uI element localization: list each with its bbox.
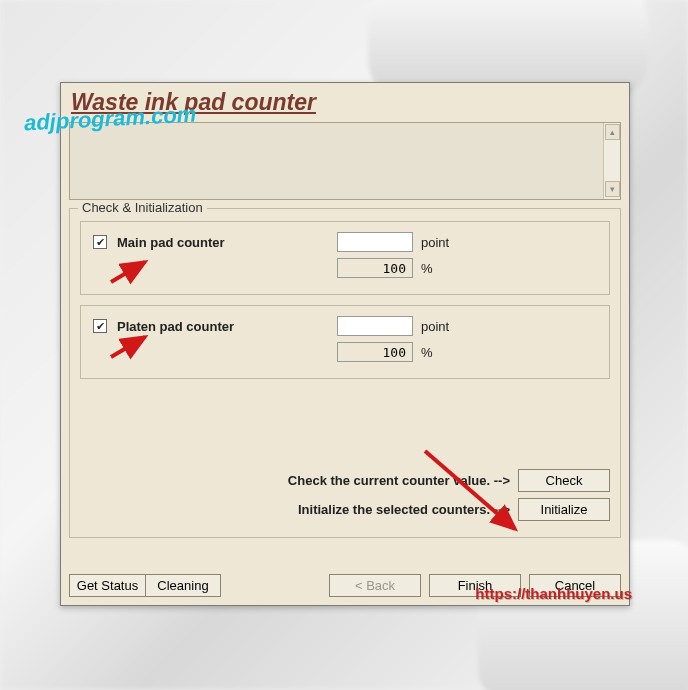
get-status-button[interactable]: Get Status [69,574,145,597]
check-hint-text: Check the current counter value. --> [288,473,510,488]
initialize-hint-text: Initialize the selected counters. --> [298,502,510,517]
check-init-fieldset: Check & Initialization ✔ Main pad counte… [69,208,621,538]
dialog-panel: Waste ink pad counter ▴ ▾ Check & Initia… [60,82,630,606]
platen-pct-readout: 100 [337,342,413,362]
initialize-button[interactable]: Initialize [518,498,610,521]
scroll-down-icon[interactable]: ▾ [605,181,620,197]
scrollbar[interactable]: ▴ ▾ [603,123,620,199]
main-pad-label: Main pad counter [117,235,317,250]
unit-point: point [421,319,449,334]
main-pad-checkbox[interactable]: ✔ [93,235,107,249]
main-point-input[interactable] [337,232,413,252]
unit-point: point [421,235,449,250]
main-pct-readout: 100 [337,258,413,278]
back-button: < Back [329,574,421,597]
action-area: Check the current counter value. --> Che… [80,469,610,521]
watermark-url: https://thanhhuyen.us [475,585,632,602]
platen-pad-checkbox[interactable]: ✔ [93,319,107,333]
unit-pct: % [421,345,433,360]
platen-pad-group: ✔ Platen pad counter point 100 % [80,305,610,379]
cleaning-button[interactable]: Cleaning [145,574,221,597]
unit-pct: % [421,261,433,276]
platen-pad-label: Platen pad counter [117,319,317,334]
scroll-up-icon[interactable]: ▴ [605,124,620,140]
log-textarea[interactable]: ▴ ▾ [69,122,621,200]
check-button[interactable]: Check [518,469,610,492]
fieldset-legend: Check & Initialization [78,200,207,215]
main-pad-group: ✔ Main pad counter point 100 % [80,221,610,295]
platen-point-input[interactable] [337,316,413,336]
